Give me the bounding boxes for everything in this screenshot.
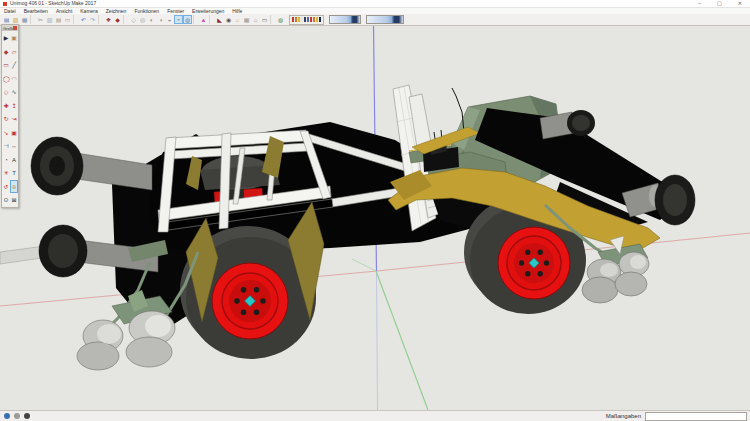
redo-icon[interactable]: ↷ <box>88 15 97 24</box>
offset-tool[interactable]: ▣ <box>10 126 18 140</box>
shadow-date-slider[interactable] <box>329 15 361 24</box>
axes-toggle-icon[interactable]: ▲ <box>199 15 208 24</box>
arc-tool[interactable]: ◠ <box>10 72 18 86</box>
move-tool[interactable]: ✚ <box>2 99 10 113</box>
toolbar-separator <box>270 15 275 24</box>
orbit-tool[interactable]: ↺ <box>2 180 10 194</box>
make-component-tool[interactable]: ▣ <box>10 31 18 45</box>
scale-tool[interactable]: ↘ <box>2 126 10 140</box>
add-location-icon[interactable]: ⌂ <box>233 15 242 24</box>
style-swatch-8[interactable] <box>313 17 315 22</box>
toolbar-separator <box>73 15 78 24</box>
3d-text-tool[interactable]: T <box>10 166 18 180</box>
line-tool[interactable]: ╱ <box>10 58 18 72</box>
position-camera-icon[interactable]: ◣ <box>215 15 224 24</box>
style-swatch-5[interactable] <box>304 17 306 22</box>
style-swatch-3[interactable] <box>298 17 300 22</box>
large-tool-set-palette: Großer Werkzeugsatz ▶▣◆▱▭╱◯◠◇∿✚↥↻↝↘▣⊣↔◔A… <box>1 24 19 208</box>
style-swatch-2[interactable] <box>295 17 297 22</box>
toolbar-separator <box>193 15 198 24</box>
help-center-icon[interactable] <box>24 413 30 419</box>
view-left-icon[interactable]: ◓ <box>174 15 183 24</box>
status-bar: Maßangaben <box>0 410 750 421</box>
style-swatch-1[interactable] <box>292 17 294 22</box>
sketchup-window: Unimog 406 01 - SketchUp Make 2017 – ▢ ✕… <box>0 0 750 421</box>
shadow-time-slider[interactable] <box>366 15 404 24</box>
new-document-icon[interactable]: ▤ <box>2 15 11 24</box>
style-swatch-10[interactable] <box>319 17 321 22</box>
view-top-icon[interactable]: ◎ <box>138 15 147 24</box>
copy-icon[interactable]: ▥ <box>45 15 54 24</box>
pan-tool[interactable]: ⊕ <box>10 180 18 194</box>
tape-measure-tool[interactable]: ⊣ <box>2 139 10 153</box>
credits-icon[interactable] <box>14 413 20 419</box>
preferences-icon[interactable]: ▭ <box>260 15 269 24</box>
select-tool[interactable]: ▶ <box>2 31 10 45</box>
title-bar: Unimog 406 01 - SketchUp Make 2017 – ▢ ✕ <box>0 0 750 8</box>
protractor-tool[interactable]: ◔ <box>2 153 10 167</box>
maximize-button[interactable]: ▢ <box>717 0 722 7</box>
model-info-icon[interactable]: ⌂ <box>251 15 260 24</box>
axes-tool[interactable]: ✳ <box>2 166 10 180</box>
toolbar-separator <box>123 15 128 24</box>
geolocation-icon[interactable] <box>4 413 10 419</box>
push-pull-tool[interactable]: ↥ <box>10 99 18 113</box>
look-around-icon[interactable]: ◉ <box>224 15 233 24</box>
toolbar-separator <box>98 15 103 24</box>
rotate-tool[interactable]: ↻ <box>2 112 10 126</box>
style-swatch-4[interactable] <box>301 17 303 22</box>
paste-icon[interactable]: ▤ <box>54 15 63 24</box>
toolbar-separator <box>30 15 35 24</box>
dimension-tool[interactable]: ↔ <box>10 139 18 153</box>
style-swatch-9[interactable] <box>316 17 318 22</box>
app-logo-icon <box>3 2 7 6</box>
view-right-icon[interactable]: ◑ <box>156 15 165 24</box>
paint-bucket-icon[interactable]: ◆ <box>113 15 122 24</box>
photo-textures-icon[interactable]: ▦ <box>242 15 251 24</box>
view-front-icon[interactable]: ◐ <box>147 15 156 24</box>
view-perspective-icon[interactable]: ◍ <box>183 15 192 24</box>
measurements-label: Maßangaben <box>606 413 645 419</box>
view-back-icon[interactable]: ◒ <box>165 15 174 24</box>
cut-icon[interactable]: ✂ <box>36 15 45 24</box>
style-swatch-7[interactable] <box>310 17 312 22</box>
main-toolbar: ▤▨▦✂▥▤▭↶↷❖◆◇◎◐◑◒◓◍▲◣◉⌂▦⌂▭◍ <box>0 14 750 26</box>
open-file-icon[interactable]: ▨ <box>11 15 20 24</box>
freehand-tool[interactable]: ∿ <box>10 85 18 99</box>
view-iso-icon[interactable]: ◇ <box>129 15 138 24</box>
window-title: Unimog 406 01 - SketchUp Make 2017 <box>10 0 96 7</box>
palette-title: Großer Werkzeugsatz <box>3 26 13 31</box>
toolbar-separator <box>209 15 214 24</box>
style-swatch-6[interactable] <box>307 17 309 22</box>
minimize-button[interactable]: – <box>698 0 701 7</box>
paint-bucket-tool[interactable]: ◆ <box>2 45 10 59</box>
eraser-tool[interactable]: ▱ <box>10 45 18 59</box>
zoom-tool[interactable]: ⊙ <box>2 193 10 207</box>
circle-tool[interactable]: ◯ <box>2 72 10 86</box>
undo-icon[interactable]: ↶ <box>79 15 88 24</box>
viewport-3d[interactable] <box>0 0 750 421</box>
style-swatches[interactable] <box>289 15 324 25</box>
polygon-tool[interactable]: ◇ <box>2 85 10 99</box>
palette-close-icon[interactable] <box>13 26 17 30</box>
follow-me-tool[interactable]: ↝ <box>10 112 18 126</box>
zoom-extents-tool[interactable]: ⊠ <box>10 193 18 207</box>
close-button[interactable]: ✕ <box>738 0 742 7</box>
save-icon[interactable]: ▦ <box>20 15 29 24</box>
front-rim[interactable] <box>498 227 570 299</box>
make-component-icon[interactable]: ❖ <box>104 15 113 24</box>
measurements-input[interactable] <box>645 412 747 421</box>
text-tool[interactable]: A <box>10 153 18 167</box>
rectangle-tool[interactable]: ▭ <box>2 58 10 72</box>
delete-icon[interactable]: ▭ <box>63 15 72 24</box>
3d-warehouse-icon[interactable]: ◍ <box>276 15 285 24</box>
